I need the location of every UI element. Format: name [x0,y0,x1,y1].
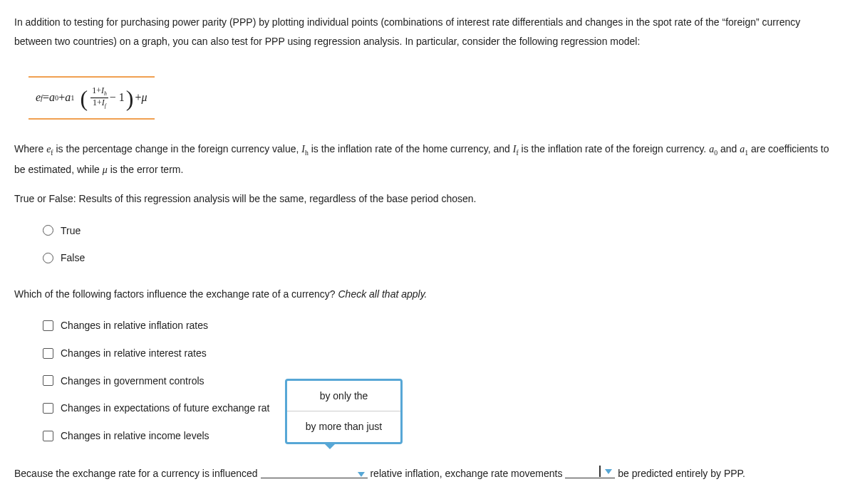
option-label: False [61,248,85,268]
where-paragraph: Where ef is the percentage change in the… [14,140,841,179]
q2-option-income[interactable]: Changes in relative income levels [43,422,841,450]
fill-sentence: Because the exchange rate for a currency… [14,462,841,486]
question-true-false: True or False: Results of this regressio… [14,189,841,272]
dropdown-popup[interactable]: by only the by more than just [285,379,403,444]
question-check-all: Which of the following factors influence… [14,285,841,450]
checkbox-icon[interactable] [43,403,53,414]
dropdown-option-only[interactable]: by only the [287,381,400,411]
chevron-down-icon [605,469,612,474]
chevron-down-icon [358,472,365,477]
q2-prompt: Which of the following factors influence… [14,285,841,304]
q2-option-interest[interactable]: Changes in relative interest rates [43,340,841,367]
regression-formula: ef = a0 + a1 ( 1+Ih 1+If − 1 ) + μ [28,76,155,120]
q1-prompt: True or False: Results of this regressio… [14,189,841,209]
q1-option-false[interactable]: False [43,244,841,272]
option-label: Changes in relative income levels [61,426,209,446]
text-cursor-icon [599,466,601,477]
option-label: True [61,221,81,241]
option-label: Changes in relative inflation rates [61,316,208,335]
q1-option-true[interactable]: True [43,217,841,245]
intro-text: In addition to testing for purchasing po… [14,16,800,47]
q2-option-government[interactable]: Changes in government controls [43,367,841,395]
dropdown-slot-2[interactable] [565,466,615,478]
radio-icon[interactable] [43,225,53,236]
checkbox-icon[interactable] [43,320,53,331]
option-label: Changes in relative interest rates [61,344,207,363]
checkbox-icon[interactable] [43,348,53,359]
intro-paragraph: In addition to testing for purchasing po… [14,13,841,51]
radio-icon[interactable] [43,253,53,263]
dropdown-slot-1[interactable] [261,472,368,478]
q2-option-inflation[interactable]: Changes in relative inflation rates [43,312,841,340]
q2-option-expectations[interactable]: Changes in expectations of future exchan… [43,394,841,422]
option-label: Changes in expectations of future exchan… [61,399,269,418]
dropdown-option-more[interactable]: by more than just [287,411,400,442]
checkbox-icon[interactable] [43,431,53,441]
checkbox-icon[interactable] [43,375,53,386]
option-label: Changes in government controls [61,372,204,391]
